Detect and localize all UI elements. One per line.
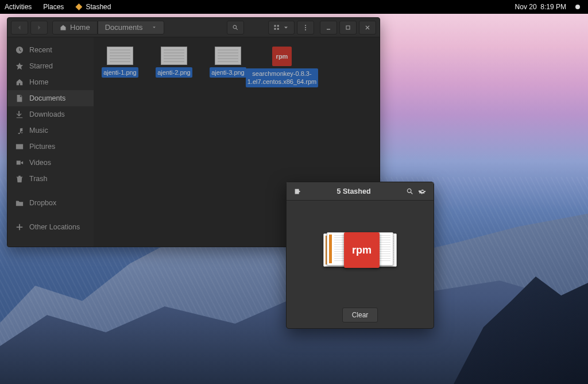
- hamburger-menu-button[interactable]: [297, 21, 314, 34]
- image-thumbnail: [215, 47, 241, 65]
- places-menu[interactable]: Places: [43, 3, 64, 11]
- download-icon: [16, 110, 24, 118]
- rpm-icon: rpm: [344, 232, 380, 268]
- maximize-button[interactable]: [339, 21, 357, 34]
- stash-title: 5 Stashed: [304, 187, 404, 195]
- svg-rect-7: [327, 29, 330, 30]
- search-button[interactable]: [227, 21, 244, 34]
- sidebar-item-documents[interactable]: Documents: [7, 90, 94, 106]
- star-icon: [16, 62, 24, 70]
- files-headerbar: Home Documents: [7, 18, 380, 37]
- back-button[interactable]: [11, 21, 28, 34]
- sidebar-item-label: Starred: [29, 62, 53, 70]
- sidebar-item-label: Home: [29, 78, 48, 86]
- sidebar-item-label: Dropbox: [29, 199, 56, 207]
- close-button[interactable]: [359, 21, 376, 34]
- app-menu-label: Stashed: [86, 3, 111, 11]
- svg-point-5: [305, 26, 306, 28]
- forward-button[interactable]: [30, 21, 48, 34]
- clock-icon: [16, 46, 24, 54]
- stash-headerbar: 5 Stashed: [287, 182, 434, 201]
- stash-search-button[interactable]: [404, 185, 416, 198]
- svg-rect-3: [277, 28, 279, 29]
- trash-icon: [16, 175, 24, 183]
- files-sidebar: RecentStarredHomeDocumentsDownloadsMusic…: [7, 37, 94, 247]
- view-toggle-button[interactable]: [268, 21, 295, 34]
- app-menu[interactable]: Stashed: [75, 3, 111, 11]
- path-bar: Home Documents: [52, 21, 164, 34]
- stash-settings-button[interactable]: [416, 185, 429, 198]
- svg-rect-1: [277, 25, 279, 26]
- home-icon: [16, 78, 24, 86]
- file-item[interactable]: ajenti-3.png: [206, 47, 250, 78]
- path-seg-home[interactable]: Home: [52, 21, 98, 34]
- file-label: ajenti-1.png: [102, 67, 138, 78]
- sidebar-item-label: Music: [29, 126, 48, 135]
- sidebar-item-label: Recent: [29, 46, 52, 54]
- clear-button[interactable]: Clear: [342, 308, 378, 322]
- status-indicator-icon[interactable]: [575, 5, 580, 9]
- stash-pile[interactable]: rpm: [323, 231, 397, 271]
- sidebar-item-label: Documents: [29, 94, 65, 102]
- sidebar-item-downloads[interactable]: Downloads: [7, 106, 94, 122]
- svg-point-4: [305, 25, 306, 26]
- folder-icon: [16, 199, 24, 207]
- file-label: ajenti-2.png: [156, 67, 192, 78]
- file-item[interactable]: ajenti-2.png: [152, 47, 196, 78]
- video-icon: [16, 159, 24, 167]
- plus-icon: [16, 223, 24, 231]
- stash-popover: 5 Stashed rpm Clear: [286, 182, 434, 329]
- image-thumbnail: [161, 47, 187, 65]
- image-thumbnail: [107, 47, 133, 65]
- file-label: ajenti-3.png: [210, 67, 246, 78]
- sidebar-item-pictures[interactable]: Pictures: [7, 139, 94, 155]
- rpm-icon: rpm: [272, 47, 292, 66]
- picture-icon: [16, 143, 24, 151]
- stash-restore-button[interactable]: [291, 185, 304, 198]
- sidebar-item-label: Pictures: [29, 143, 55, 151]
- svg-rect-8: [346, 26, 350, 29]
- music-icon: [16, 126, 24, 135]
- minimize-button[interactable]: [320, 21, 337, 34]
- path-seg-current[interactable]: Documents: [98, 21, 164, 34]
- sidebar-item-videos[interactable]: Videos: [7, 155, 94, 171]
- sidebar-item-trash[interactable]: Trash: [7, 171, 94, 187]
- doc-icon: [16, 94, 24, 102]
- sidebar-item-label: Other Locations: [29, 223, 80, 231]
- file-label: searchmonkey-0.8.3-1.el7.centos.x86_64.r…: [246, 68, 318, 87]
- clock[interactable]: Nov 20 8:19 PM: [515, 3, 566, 11]
- svg-rect-2: [274, 28, 276, 29]
- sidebar-item-label: Videos: [29, 159, 51, 167]
- activities-button[interactable]: Activities: [5, 3, 32, 11]
- svg-point-6: [305, 29, 306, 30]
- svg-rect-0: [274, 25, 276, 26]
- sidebar-item-label: Downloads: [29, 110, 65, 118]
- sidebar-item-home[interactable]: Home: [7, 74, 94, 90]
- sidebar-item-label: Trash: [29, 175, 48, 183]
- stash-content[interactable]: rpm: [287, 201, 434, 302]
- gnome-top-bar: Activities Places Stashed Nov 20 8:19 PM: [0, 0, 588, 14]
- file-item[interactable]: rpmsearchmonkey-0.8.3-1.el7.centos.x86_6…: [260, 47, 304, 87]
- sidebar-item-dropbox[interactable]: Dropbox: [7, 195, 94, 211]
- stashed-app-icon: [75, 3, 82, 10]
- sidebar-item-recent[interactable]: Recent: [7, 42, 94, 58]
- sidebar-item-starred[interactable]: Starred: [7, 58, 94, 74]
- file-item[interactable]: ajenti-1.png: [98, 47, 142, 78]
- sidebar-item-music[interactable]: Music: [7, 122, 94, 139]
- sidebar-item-other-locations[interactable]: Other Locations: [7, 219, 94, 235]
